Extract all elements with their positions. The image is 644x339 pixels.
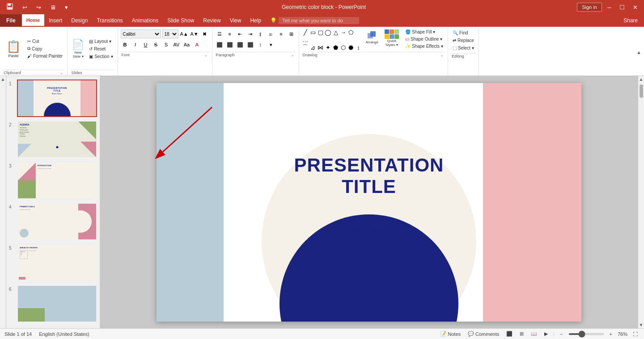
- ribbon-collapse-button[interactable]: ▲: [634, 29, 644, 75]
- scroll-up-left[interactable]: ▲: [0, 76, 6, 83]
- transitions-tab[interactable]: Transitions: [93, 14, 127, 27]
- file-menu[interactable]: File: [0, 14, 22, 27]
- scroll-down-button[interactable]: ▼: [638, 322, 644, 328]
- shape-scroll[interactable]: ↕: [355, 44, 362, 51]
- columns-button[interactable]: ⫿: [256, 29, 265, 38]
- cut-button[interactable]: ✂ Cut: [25, 38, 64, 45]
- slide-thumb-4[interactable]: PRIMARY GOALS Annual revenue goals: [17, 203, 97, 240]
- strikethrough-button[interactable]: S: [152, 40, 161, 49]
- more-shapes[interactable]: …: [302, 36, 309, 43]
- zoom-in-button[interactable]: +: [608, 331, 614, 338]
- find-button[interactable]: 🔍 Find: [451, 29, 476, 36]
- format-painter-button[interactable]: 🖌 Format Painter: [25, 53, 64, 59]
- change-case-button[interactable]: Aa: [182, 40, 191, 49]
- comments-button[interactable]: 💬 Comments: [466, 330, 501, 338]
- underline-button[interactable]: U: [141, 40, 150, 49]
- animations-tab[interactable]: Animations: [127, 14, 163, 27]
- layout-button[interactable]: ▤ Layout ▾: [87, 38, 114, 45]
- drawing-expand[interactable]: ⌄: [440, 53, 444, 57]
- undo-button[interactable]: ↩: [20, 3, 30, 12]
- zoom-slider[interactable]: [568, 333, 604, 335]
- fit-slide-button[interactable]: ⛶: [631, 331, 640, 338]
- slideshow-button[interactable]: ▶: [542, 330, 550, 338]
- shape-s6[interactable]: ⬡: [340, 44, 347, 51]
- tell-me-input[interactable]: [279, 17, 359, 24]
- slide-sorter-button[interactable]: ⊞: [518, 330, 525, 338]
- shape-s7[interactable]: ⬣: [347, 44, 355, 51]
- reset-button[interactable]: ↺ Reset: [87, 46, 114, 52]
- justify-button[interactable]: ⬛: [246, 40, 255, 49]
- slideshow-tab[interactable]: Slide Show: [163, 14, 199, 27]
- slide-subtitle[interactable]: Mirjam Nilsson: [343, 226, 395, 235]
- clear-format-button[interactable]: ✖: [200, 29, 209, 38]
- design-tab[interactable]: Design: [67, 14, 92, 27]
- home-tab[interactable]: Home: [22, 14, 45, 27]
- shadow-button[interactable]: S: [162, 40, 171, 49]
- qat-dropdown[interactable]: ▾: [62, 3, 71, 12]
- round-rect-shape[interactable]: ▢: [317, 29, 324, 36]
- shape-outline-button[interactable]: ▭ Shape Outline ▾: [403, 36, 445, 42]
- normal-view-button[interactable]: ⬛: [504, 330, 514, 338]
- help-tab[interactable]: Help: [246, 14, 266, 27]
- slide-thumb-6[interactable]: [17, 285, 97, 322]
- bold-button[interactable]: B: [121, 40, 130, 49]
- slide-canvas[interactable]: PRESENTATIONTITLE Mirjam Nilsson: [157, 83, 581, 322]
- text-direction-button[interactable]: ⎄: [267, 29, 275, 38]
- shape-effects-button[interactable]: ✨ Shape Effects ▾: [403, 43, 445, 50]
- font-name-select[interactable]: Calibri: [121, 29, 161, 38]
- shape-fill-button[interactable]: 🪣 Shape Fill ▾: [403, 29, 445, 35]
- italic-button[interactable]: I: [131, 40, 140, 49]
- font-color-button[interactable]: A: [193, 40, 202, 49]
- bullets-button[interactable]: ☰: [215, 29, 224, 38]
- align-right-button[interactable]: ⬛: [236, 40, 245, 49]
- section-button[interactable]: ▣ Section ▾: [87, 53, 114, 60]
- slide-title[interactable]: PRESENTATIONTITLE: [294, 155, 444, 197]
- rect-shape[interactable]: ▭: [309, 29, 317, 36]
- insert-tab[interactable]: Insert: [44, 14, 67, 27]
- char-spacing-button[interactable]: AV: [172, 40, 181, 49]
- sign-in-button[interactable]: Sign in: [577, 3, 602, 12]
- customize-qat-button[interactable]: 🖥: [47, 3, 59, 12]
- shape-s4[interactable]: ✦: [325, 44, 332, 51]
- notes-button[interactable]: 📝 Notes: [438, 330, 462, 338]
- slide-thumb-1[interactable]: PRESENTATIONTITLE Mirjam Nilsson: [17, 80, 97, 117]
- shape-s3[interactable]: ⋈: [317, 44, 324, 51]
- smartart-button[interactable]: ⊞: [287, 29, 296, 38]
- decrease-font-button[interactable]: A▼: [190, 29, 199, 38]
- scroll-thumb[interactable]: [640, 84, 643, 98]
- close-button[interactable]: ✕: [630, 3, 640, 12]
- line-shape[interactable]: ╱: [302, 29, 309, 36]
- select-button[interactable]: ⬚ Select ▾: [451, 45, 476, 51]
- clipboard-expand[interactable]: ⌄: [59, 71, 64, 75]
- share-button[interactable]: Share: [617, 17, 644, 24]
- zoom-out-button[interactable]: −: [558, 331, 564, 338]
- copy-button[interactable]: ⧉ Copy: [25, 45, 64, 52]
- paste-button[interactable]: 📋 Paste: [3, 39, 24, 59]
- replace-button[interactable]: ⇄ Replace: [451, 37, 476, 44]
- line-spacing-dropdown[interactable]: ▾: [267, 40, 275, 49]
- minimize-button[interactable]: ─: [605, 3, 614, 12]
- align-text-button[interactable]: ≡: [277, 29, 286, 38]
- font-size-select[interactable]: 18: [162, 29, 178, 38]
- restore-button[interactable]: ☐: [617, 3, 627, 12]
- slide-thumb-3[interactable]: INTRODUCTION Lorem ipsum dolor sit amet.…: [17, 162, 97, 199]
- arrow-shape[interactable]: →: [340, 29, 347, 36]
- shape-s2[interactable]: ⊿: [309, 44, 317, 51]
- save-button[interactable]: [4, 2, 16, 13]
- font-expand[interactable]: ⌄: [204, 53, 208, 57]
- shape-s5[interactable]: ⬟: [332, 44, 339, 51]
- pentagon-shape[interactable]: ⬠: [347, 29, 355, 36]
- quick-styles-button[interactable]: QuickStyles ▾: [382, 29, 402, 48]
- align-left-button[interactable]: ⬛: [215, 40, 224, 49]
- line-spacing-button[interactable]: ↕: [256, 40, 265, 49]
- slide-thumb-2[interactable]: AGENDA IntroductionPrimary goalsAreas of…: [17, 121, 97, 158]
- arrange-button[interactable]: Arrange: [364, 29, 380, 45]
- triangle-shape[interactable]: △: [332, 29, 339, 36]
- oval-shape[interactable]: ◯: [325, 29, 332, 36]
- view-tab[interactable]: View: [225, 14, 246, 27]
- review-tab[interactable]: Review: [199, 14, 225, 27]
- paragraph-expand[interactable]: ⌄: [291, 53, 295, 57]
- decrease-indent-button[interactable]: ⇤: [236, 29, 245, 38]
- scroll-up-button[interactable]: ▲: [638, 76, 644, 83]
- numbered-list-button[interactable]: ≡: [225, 29, 234, 38]
